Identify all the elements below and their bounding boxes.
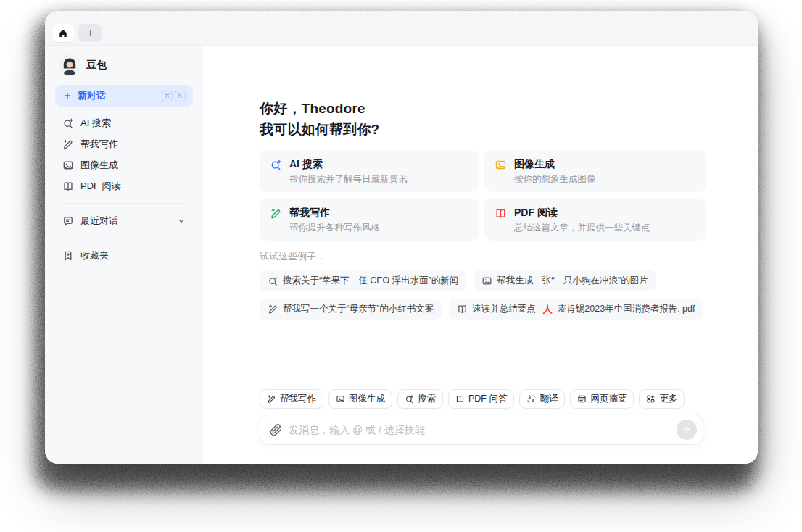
card-title: PDF 阅读 [514, 207, 650, 219]
sidebar-item-label: 帮我写作 [80, 138, 118, 151]
chip-label: 搜索关于“苹果下一任 CEO 浮出水面”的新闻 [283, 275, 458, 287]
ai-search-icon [62, 117, 74, 129]
write-icon [270, 207, 282, 220]
ai-search-icon [270, 159, 282, 171]
example-chip-row: 搜索关于“苹果下一任 CEO 浮出水面”的新闻 帮我生成一张“一只小狗在冲浪”的… [260, 270, 706, 291]
sidebar-item-ai-search[interactable]: AI 搜索 [55, 112, 193, 133]
k-key-badge: K [175, 91, 186, 101]
card-ai-search[interactable]: AI 搜索 帮你搜索并了解每日最新资讯 [260, 150, 479, 192]
card-title: 图像生成 [514, 158, 596, 170]
card-desc: 按你的想象生成图像 [514, 174, 596, 185]
sidebar-item-write[interactable]: 帮我写作 [55, 133, 193, 154]
skill-label: 帮我写作 [280, 393, 316, 405]
pdf-read-icon [455, 394, 465, 404]
main-area: 你好，Theodore 我可以如何帮到你? AI 搜索 帮你搜索并了解每日最新资… [203, 46, 758, 464]
write-icon [268, 304, 278, 315]
skill-label: PDF 问答 [468, 393, 507, 405]
send-button[interactable] [677, 420, 697, 440]
pdf-read-icon [495, 207, 507, 220]
skill-write[interactable]: 帮我写作 [260, 389, 323, 409]
card-pdf-read[interactable]: PDF 阅读 总结这篇文章，并提供一些关键点 [484, 199, 706, 241]
example-chip-summarize-pdf[interactable]: 速读并总结要点 人 麦肯锡2023年中国消费者报告. pdf [449, 299, 703, 320]
skill-search[interactable]: 搜索 [397, 389, 443, 409]
arrow-up-icon [682, 425, 692, 435]
divider [62, 203, 186, 204]
skill-label: 更多 [659, 393, 677, 405]
example-chip-generate-image[interactable]: 帮我生成一张“一只小狗在冲浪”的图片 [474, 270, 656, 291]
message-input[interactable] [289, 424, 677, 436]
main-content: 你好，Theodore 我可以如何帮到你? AI 搜索 帮你搜索并了解每日最新资… [260, 98, 706, 320]
greeting-line2: 我可以如何帮到你? [260, 119, 706, 140]
shortcut-badges: ⌘ K [162, 91, 186, 101]
sidebar-item-image-gen[interactable]: 图像生成 [55, 154, 193, 175]
plus-icon [62, 91, 73, 101]
sidebar: 豆包 新对话 ⌘ K AI 搜索 [45, 46, 203, 464]
skill-more[interactable]: 更多 [639, 389, 685, 409]
card-write[interactable]: 帮我写作 帮你提升各种写作风格 [260, 199, 479, 241]
write-icon [62, 138, 74, 150]
card-title: AI 搜索 [289, 158, 408, 170]
message-input-box [260, 415, 703, 445]
profile-row[interactable]: 豆包 [55, 54, 193, 76]
ai-search-icon [268, 275, 278, 286]
doubao-app: 豆包 新对话 ⌘ K AI 搜索 [0, 0, 802, 532]
chevron-down-icon[interactable] [177, 217, 186, 225]
plus-icon [86, 28, 95, 38]
new-chat-button[interactable]: 新对话 ⌘ K [55, 85, 193, 107]
tab-bar [45, 11, 758, 46]
card-image-gen[interactable]: 图像生成 按你的想象生成图像 [484, 150, 706, 192]
write-icon [267, 394, 276, 404]
profile-name: 豆包 [86, 59, 107, 72]
chip-label: 帮我生成一张“一只小狗在冲浪”的图片 [497, 275, 648, 287]
chat-bubble-icon [62, 215, 74, 227]
sidebar-item-recent[interactable]: 最近对话 [55, 210, 193, 231]
paperclip-icon[interactable] [270, 424, 282, 436]
pdf-read-icon [457, 304, 468, 315]
skill-label: 搜索 [418, 393, 436, 405]
example-chip-row: 帮我写一个关于“母亲节”的小红书文案 速读并总结要点 人 麦肯锡2023年中国消… [260, 299, 706, 320]
skill-webpage-summary[interactable]: 网页摘要 [570, 389, 634, 409]
adobe-pdf-icon: 人 [543, 303, 553, 316]
sidebar-item-favorites[interactable]: 收藏夹 [55, 245, 193, 266]
skill-translate[interactable]: 翻译 [519, 389, 565, 409]
composer: 帮我写作 图像生成 搜索 PDF 问答 [260, 389, 703, 445]
attachment-filename: 麦肯锡2023年中国消费者报告. pdf [558, 303, 695, 315]
cmd-key-badge: ⌘ [162, 91, 173, 101]
sidebar-item-pdf-read[interactable]: PDF 阅读 [55, 175, 193, 196]
translate-icon [526, 394, 536, 404]
example-chip-search-news[interactable]: 搜索关于“苹果下一任 CEO 浮出水面”的新闻 [260, 270, 466, 291]
chip-label: 帮我写一个关于“母亲节”的小红书文案 [283, 303, 434, 315]
more-icon [646, 394, 656, 404]
chip-label: 速读并总结要点 [472, 303, 536, 315]
card-desc: 总结这篇文章，并提供一些关键点 [514, 223, 650, 233]
bookmark-icon [62, 250, 74, 262]
sidebar-item-label: 收藏夹 [80, 249, 109, 262]
skill-pdf-qa[interactable]: PDF 问答 [448, 389, 514, 409]
image-gen-icon [62, 159, 74, 171]
skill-bar: 帮我写作 图像生成 搜索 PDF 问答 [260, 389, 703, 409]
card-title: 帮我写作 [289, 207, 380, 219]
sidebar-item-label: 图像生成 [80, 159, 118, 172]
skill-label: 网页摘要 [590, 393, 627, 405]
tab-home[interactable] [52, 24, 74, 42]
ai-search-icon [405, 394, 414, 404]
webpage-icon [577, 394, 587, 404]
skill-image-gen[interactable]: 图像生成 [328, 389, 392, 409]
skill-label: 翻译 [540, 393, 558, 405]
examples-hint: 试试这些例子... [260, 250, 706, 263]
greeting-line1: 你好，Theodore [260, 98, 706, 119]
sidebar-item-label: AI 搜索 [80, 117, 111, 130]
new-chat-label: 新对话 [78, 89, 106, 102]
feature-cards: AI 搜索 帮你搜索并了解每日最新资讯 图像生成 按你的想象生成图像 [260, 150, 706, 241]
home-icon [58, 28, 68, 38]
skill-label: 图像生成 [349, 393, 385, 405]
sidebar-item-label: 最近对话 [80, 215, 118, 228]
avatar [59, 55, 80, 75]
example-chip-write-copy[interactable]: 帮我写一个关于“母亲节”的小红书文案 [260, 299, 442, 320]
image-gen-icon [495, 159, 507, 171]
window-body: 豆包 新对话 ⌘ K AI 搜索 [45, 46, 758, 464]
card-desc: 帮你搜索并了解每日最新资讯 [289, 174, 408, 185]
image-gen-icon [481, 275, 492, 286]
new-tab-button[interactable] [78, 24, 102, 42]
divider [62, 238, 186, 238]
